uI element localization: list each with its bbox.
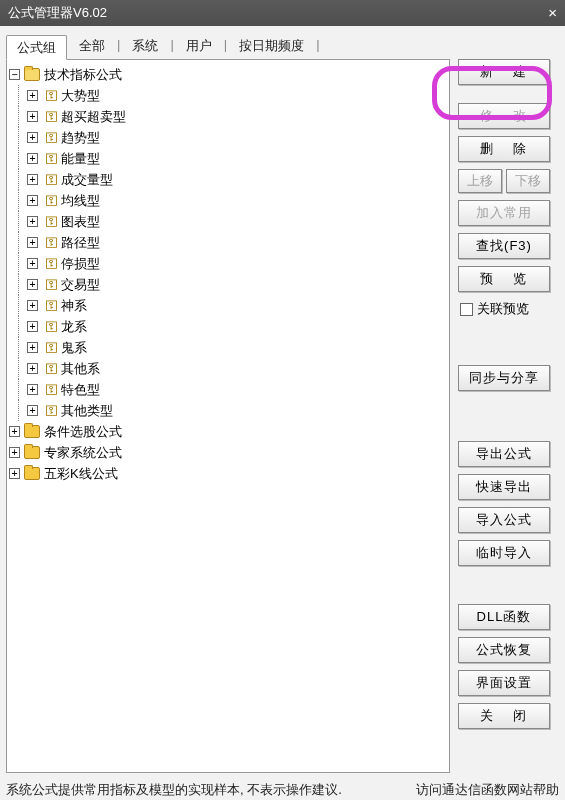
tree-item-label: 神系 [61, 295, 87, 316]
expand-icon[interactable]: + [27, 300, 38, 311]
delete-button[interactable]: 删 除 [458, 136, 550, 162]
expand-icon[interactable]: + [27, 384, 38, 395]
key-icon: ⚿ [45, 274, 58, 295]
side-button-column: 新 建 修 改 删 除 上移 下移 加入常用 查找(F3) 预 览 关联预览 同… [458, 59, 550, 773]
tab-by-date[interactable]: 按日期频度 [229, 34, 314, 59]
preview-button[interactable]: 预 览 [458, 266, 550, 292]
key-icon: ⚿ [45, 190, 58, 211]
folder-icon [24, 68, 40, 81]
tab-all[interactable]: 全部 [69, 34, 115, 59]
tree-item[interactable]: +⚿鬼系 [9, 337, 447, 358]
expand-icon[interactable]: + [27, 258, 38, 269]
tree-item-label: 龙系 [61, 316, 87, 337]
expand-icon[interactable]: + [9, 447, 20, 458]
tree-item[interactable]: +⚿其他系 [9, 358, 447, 379]
key-icon: ⚿ [45, 169, 58, 190]
tab-separator: | [170, 34, 173, 59]
formula-tree-panel[interactable]: −技术指标公式+⚿大势型+⚿超买超卖型+⚿趋势型+⚿能量型+⚿成交量型+⚿均线型… [6, 59, 450, 773]
key-icon: ⚿ [45, 358, 58, 379]
tree-item-label: 大势型 [61, 85, 100, 106]
tree-item[interactable]: +⚿其他类型 [9, 400, 447, 421]
close-icon[interactable]: × [548, 0, 557, 26]
tree-item[interactable]: +五彩K线公式 [9, 463, 447, 484]
tab-formula-group[interactable]: 公式组 [6, 35, 67, 60]
expand-icon[interactable]: + [27, 405, 38, 416]
tree-item[interactable]: −技术指标公式 [9, 64, 447, 85]
key-icon: ⚿ [45, 85, 58, 106]
tree-item-label: 图表型 [61, 211, 100, 232]
expand-icon[interactable]: + [27, 195, 38, 206]
tree-item[interactable]: +条件选股公式 [9, 421, 447, 442]
expand-icon[interactable]: + [27, 363, 38, 374]
expand-icon[interactable]: + [27, 216, 38, 227]
temp-import-button[interactable]: 临时导入 [458, 540, 550, 566]
tree-item[interactable]: +⚿龙系 [9, 316, 447, 337]
expand-icon[interactable]: + [27, 321, 38, 332]
expand-icon[interactable]: + [27, 342, 38, 353]
status-right[interactable]: 访问通达信函数网站帮助 [416, 781, 559, 799]
tree-item-label: 超买超卖型 [61, 106, 126, 127]
link-preview-checkbox[interactable]: 关联预览 [458, 299, 550, 319]
tree-item[interactable]: +专家系统公式 [9, 442, 447, 463]
tree-item[interactable]: +⚿交易型 [9, 274, 447, 295]
expand-icon[interactable]: + [27, 132, 38, 143]
tree-item-label: 成交量型 [61, 169, 113, 190]
tree-item[interactable]: +⚿大势型 [9, 85, 447, 106]
tab-system[interactable]: 系统 [122, 34, 168, 59]
tree-item-label: 特色型 [61, 379, 100, 400]
tree-item-label: 技术指标公式 [44, 64, 122, 85]
ui-settings-button[interactable]: 界面设置 [458, 670, 550, 696]
collapse-icon[interactable]: − [9, 69, 20, 80]
expand-icon[interactable]: + [27, 153, 38, 164]
key-icon: ⚿ [45, 127, 58, 148]
tree-item[interactable]: +⚿神系 [9, 295, 447, 316]
tree-item-label: 条件选股公式 [44, 421, 122, 442]
tree-item[interactable]: +⚿成交量型 [9, 169, 447, 190]
tree-item-label: 其他系 [61, 358, 100, 379]
tree-item-label: 五彩K线公式 [44, 463, 118, 484]
import-formula-button[interactable]: 导入公式 [458, 507, 550, 533]
tree-item-label: 均线型 [61, 190, 100, 211]
tree-item[interactable]: +⚿图表型 [9, 211, 447, 232]
close-button[interactable]: 关 闭 [458, 703, 550, 729]
expand-icon[interactable]: + [27, 279, 38, 290]
expand-icon[interactable]: + [27, 237, 38, 248]
expand-icon[interactable]: + [27, 174, 38, 185]
key-icon: ⚿ [45, 211, 58, 232]
status-left: 系统公式提供常用指标及模型的实现样本, 不表示操作建议. [6, 781, 342, 799]
dll-func-button[interactable]: DLL函数 [458, 604, 550, 630]
tree-item-label: 专家系统公式 [44, 442, 122, 463]
add-favorite-button[interactable]: 加入常用 [458, 200, 550, 226]
expand-icon[interactable]: + [27, 111, 38, 122]
export-formula-button[interactable]: 导出公式 [458, 441, 550, 467]
modify-button[interactable]: 修 改 [458, 103, 550, 129]
key-icon: ⚿ [45, 148, 58, 169]
key-icon: ⚿ [45, 106, 58, 127]
tree-item-label: 能量型 [61, 148, 100, 169]
checkbox-icon[interactable] [460, 303, 473, 316]
tree-item[interactable]: +⚿路径型 [9, 232, 447, 253]
tab-user[interactable]: 用户 [176, 34, 222, 59]
folder-icon [24, 446, 40, 459]
find-button[interactable]: 查找(F3) [458, 233, 550, 259]
tab-separator: | [316, 34, 319, 59]
tree-item[interactable]: +⚿特色型 [9, 379, 447, 400]
expand-icon[interactable]: + [27, 90, 38, 101]
quick-export-button[interactable]: 快速导出 [458, 474, 550, 500]
move-up-button[interactable]: 上移 [458, 169, 502, 193]
tree-item[interactable]: +⚿超买超卖型 [9, 106, 447, 127]
folder-icon [24, 467, 40, 480]
tree-item[interactable]: +⚿均线型 [9, 190, 447, 211]
tree-item[interactable]: +⚿停损型 [9, 253, 447, 274]
key-icon: ⚿ [45, 400, 58, 421]
tree-item[interactable]: +⚿趋势型 [9, 127, 447, 148]
new-button[interactable]: 新 建 [458, 59, 550, 85]
tab-separator: | [117, 34, 120, 59]
expand-icon[interactable]: + [9, 426, 20, 437]
window-body: 公式组 全部 | 系统 | 用户 | 按日期频度 | −技术指标公式+⚿大势型+… [0, 26, 565, 800]
expand-icon[interactable]: + [9, 468, 20, 479]
tree-item[interactable]: +⚿能量型 [9, 148, 447, 169]
sync-share-button[interactable]: 同步与分享 [458, 365, 550, 391]
move-down-button[interactable]: 下移 [506, 169, 550, 193]
formula-recover-button[interactable]: 公式恢复 [458, 637, 550, 663]
